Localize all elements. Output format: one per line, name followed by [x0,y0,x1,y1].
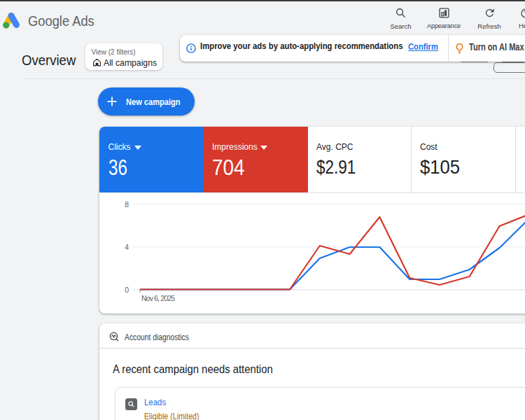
svg-text:8: 8 [125,200,129,209]
svg-text:4: 4 [125,243,129,251]
svg-text:Nov 6, 2025: Nov 6, 2025 [141,294,175,302]
svg-text:0: 0 [125,286,129,294]
